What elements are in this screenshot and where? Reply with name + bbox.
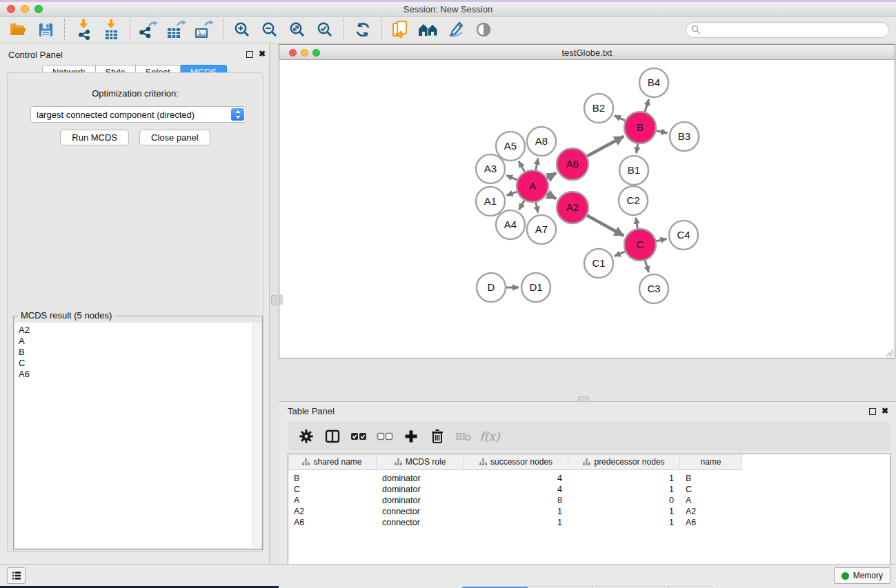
column-header-name[interactable]: name (680, 454, 742, 470)
eye-button[interactable] (470, 18, 497, 41)
export-table-button[interactable] (163, 18, 190, 41)
table-cell[interactable]: A (288, 495, 377, 506)
table-cell[interactable]: 0 (568, 495, 680, 506)
table-cell[interactable]: B (288, 473, 377, 484)
vertical-splitter[interactable] (270, 43, 279, 564)
node-C1[interactable]: C1 (584, 249, 613, 278)
table-cell[interactable]: dominator (377, 495, 464, 506)
table-cell[interactable]: A2 (288, 506, 377, 517)
node-A1[interactable]: A1 (476, 187, 505, 216)
create-column-button[interactable] (398, 425, 424, 448)
edge-B-B3[interactable] (656, 131, 668, 133)
table-cell[interactable]: 8 (464, 495, 568, 506)
zoom-in-button[interactable] (228, 18, 256, 41)
deselect-all-button[interactable] (372, 425, 398, 448)
edge-B-B2[interactable] (615, 116, 626, 121)
edge-A-A5[interactable] (519, 161, 525, 172)
network-frame-titlebar[interactable]: testGlobe.txt (279, 45, 895, 60)
node-A4[interactable]: A4 (496, 210, 525, 239)
edge-A-A4[interactable] (519, 200, 524, 210)
node-C[interactable]: C (624, 229, 656, 261)
edge-A-A6[interactable] (546, 173, 556, 179)
result-item[interactable]: C (19, 358, 252, 369)
table-cell[interactable]: connector (377, 517, 464, 528)
column-header-successor-nodes[interactable]: successor nodes (464, 454, 568, 470)
edge-A2-C[interactable] (586, 215, 624, 236)
edge-A-A7[interactable] (536, 202, 538, 213)
node-D[interactable]: D (477, 273, 506, 302)
table-cell[interactable]: A2 (680, 506, 742, 517)
node-A[interactable]: A (517, 170, 548, 202)
edge-A-A1[interactable] (507, 192, 518, 196)
edge-A6-B[interactable] (586, 136, 624, 156)
node-B[interactable]: B (624, 112, 656, 143)
run-mcds-button[interactable]: Run MCDS (60, 130, 129, 145)
table-cell[interactable]: 4 (464, 473, 568, 484)
memory-button[interactable]: Memory (834, 567, 890, 584)
node-A5[interactable]: A5 (496, 132, 525, 161)
node-B2[interactable]: B2 (584, 94, 613, 123)
table-cell[interactable]: 1 (568, 473, 680, 484)
toggle-column-panel-button[interactable] (319, 425, 346, 448)
table-cell[interactable]: connector (377, 506, 464, 517)
node-A8[interactable]: A8 (527, 127, 556, 156)
edge-C-C2[interactable] (636, 218, 638, 230)
close-panel-icon[interactable]: ✖ (259, 49, 266, 59)
edge-C-C1[interactable] (615, 251, 626, 256)
houses-button[interactable] (415, 18, 442, 41)
zoom-fit-button[interactable] (283, 18, 311, 41)
result-item[interactable]: A6 (19, 369, 252, 380)
delete-table-button[interactable] (450, 425, 477, 448)
table-cell[interactable]: 1 (464, 506, 568, 517)
node-D1[interactable]: D1 (521, 273, 550, 302)
select-all-button[interactable] (346, 425, 372, 448)
table-cell[interactable]: 1 (568, 484, 680, 495)
result-item[interactable]: A (19, 336, 252, 347)
table-cell[interactable]: 1 (464, 517, 568, 528)
table-cell[interactable]: 1 (568, 506, 680, 517)
task-history-button[interactable] (7, 567, 26, 584)
close-panel-button[interactable]: Close panel (139, 130, 210, 145)
table-cell[interactable]: dominator (377, 484, 464, 495)
criterion-select[interactable]: largest connected component (directed) (30, 106, 246, 123)
node-B3[interactable]: B3 (670, 122, 699, 151)
table-cell[interactable]: 4 (464, 484, 568, 495)
float-table-panel-icon[interactable] (869, 408, 876, 415)
node-C4[interactable]: C4 (669, 221, 698, 250)
edge-B-B1[interactable] (637, 143, 638, 153)
frame-resize-grip[interactable] (884, 347, 894, 357)
edge-A-A3[interactable] (506, 175, 518, 180)
edge-C-C3[interactable] (645, 260, 649, 272)
import-network-button[interactable] (70, 18, 97, 41)
node-A6[interactable]: A6 (557, 148, 588, 180)
float-panel-icon[interactable] (246, 51, 253, 58)
save-session-button[interactable] (32, 18, 59, 41)
edge-A-A2[interactable] (546, 194, 556, 199)
column-header-shared-name[interactable]: shared name (288, 454, 377, 470)
column-header-MCDS-role[interactable]: MCDS role (377, 454, 464, 470)
network-graph[interactable]: B4B2BB3A5A8A6B1A3AC2A1A2A4A7C4CC1C3DD1 (279, 60, 895, 358)
vertical-splitter-grip[interactable] (271, 295, 277, 305)
column-header-predecessor-nodes[interactable]: predecessor nodes (568, 454, 680, 470)
result-list-scrollbar[interactable] (252, 323, 261, 548)
network-from-file-button[interactable] (387, 18, 415, 41)
node-A7[interactable]: A7 (527, 215, 556, 244)
node-C2[interactable]: C2 (619, 186, 648, 215)
node-B4[interactable]: B4 (639, 68, 668, 97)
zoom-selected-button[interactable] (311, 18, 339, 41)
delete-column-button[interactable] (424, 425, 450, 448)
table-cell[interactable]: B (680, 473, 742, 484)
function-builder-button[interactable]: f(x) (477, 425, 503, 448)
result-item[interactable]: B (19, 347, 252, 358)
node-B1[interactable]: B1 (619, 156, 648, 185)
network-canvas[interactable]: B4B2BB3A5A8A6B1A3AC2A1A2A4A7C4CC1C3DD1 (279, 60, 895, 358)
node-A3[interactable]: A3 (476, 154, 505, 183)
edge-A-A8[interactable] (536, 159, 539, 171)
export-image-button[interactable] (190, 18, 218, 41)
table-cell[interactable]: C (288, 484, 377, 495)
table-cell[interactable]: 1 (568, 517, 680, 528)
result-item[interactable]: A2 (19, 325, 252, 336)
table-cell[interactable]: A6 (288, 517, 377, 528)
table-cell[interactable]: C (680, 484, 742, 495)
table-cell[interactable]: A (680, 495, 742, 506)
